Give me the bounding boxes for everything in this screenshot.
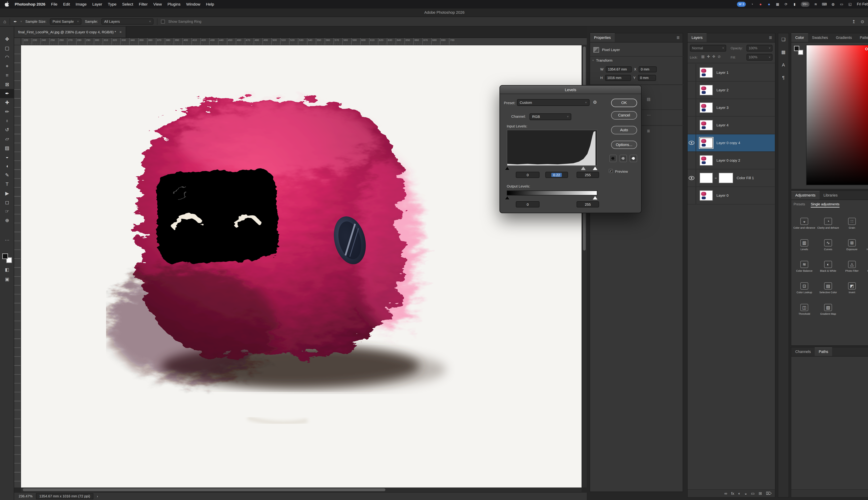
adjustment-item[interactable]: △ Photo Filter	[840, 259, 864, 281]
output-white-slider[interactable]	[593, 196, 597, 200]
color-panel-tab[interactable]: Swatches	[808, 33, 832, 42]
lock-transparency-icon[interactable]: ▦	[701, 54, 705, 59]
white-point-eyedropper-icon[interactable]	[630, 155, 637, 162]
notification-count-badge[interactable]: 99+	[801, 2, 810, 7]
channels-paths-tab[interactable]: Channels	[791, 348, 815, 356]
menu-item[interactable]: Type	[108, 2, 116, 7]
layer-thumbnail[interactable]	[699, 173, 713, 183]
apple-menu[interactable]	[4, 1, 9, 7]
channel-select[interactable]: RGB˅	[529, 113, 571, 120]
input-black-field[interactable]: 0	[516, 172, 539, 178]
input-black-slider[interactable]	[505, 167, 510, 170]
sample-size-select[interactable]: Point Sample˅	[50, 19, 82, 25]
layer-group-icon[interactable]: ▭	[751, 491, 755, 496]
tab-properties[interactable]: Properties	[590, 33, 615, 42]
new-layer-icon[interactable]: ⊞	[758, 491, 762, 496]
adjustment-item[interactable]: ◑ Hue/ Saturation	[864, 238, 868, 259]
screen-mode-icon[interactable]: ▣	[0, 276, 14, 282]
adjustment-item[interactable]: ≡ Channel Mixer	[864, 259, 868, 281]
document-tab[interactable]: final_First_LocoPik_AI.jpg @ 236% (Layer…	[14, 26, 126, 37]
list-icon[interactable]: ≣	[647, 129, 650, 133]
shape-tool[interactable]: ◻	[0, 198, 14, 207]
adjustment-item[interactable]: ∿ Curves	[816, 238, 840, 259]
lock-position-icon[interactable]: ✥	[712, 54, 716, 59]
layer-thumbnail[interactable]	[699, 102, 713, 113]
x-field[interactable]: 0 mm	[639, 66, 657, 72]
status-chevron-icon[interactable]: ›	[97, 494, 98, 498]
color-picker-marker[interactable]	[865, 48, 868, 50]
quick-selection-tool[interactable]: ⌖	[0, 62, 14, 71]
cpu-monitor-icon[interactable]: ◔	[750, 2, 754, 7]
microphone-icon[interactable]: ◍	[831, 2, 835, 7]
clone-stamp-tool[interactable]: ♁	[0, 116, 14, 125]
path-selection-tool[interactable]: ▶	[0, 189, 14, 198]
menu-item[interactable]: Edit	[63, 2, 70, 7]
frame-tool[interactable]: ⊠	[0, 80, 14, 89]
height-field[interactable]: 1016 mm	[605, 75, 631, 81]
document-canvas[interactable]	[21, 45, 582, 488]
menu-item[interactable]: Select	[122, 2, 133, 7]
grid-icon[interactable]: ▦	[775, 2, 780, 7]
preview-checkbox[interactable]: ✓	[609, 169, 613, 173]
layer-visibility-toggle[interactable]	[688, 82, 696, 99]
home-icon[interactable]: ⌂	[3, 19, 6, 24]
properties-section-icon[interactable]: ▤	[647, 97, 650, 102]
opacity-select[interactable]: 100%˅	[746, 45, 773, 52]
brush-tool[interactable]: ✏	[0, 107, 14, 116]
adjustment-item[interactable]: ☀ Brightness/ Contrast	[864, 216, 868, 238]
color-panel-tab[interactable]: Color	[791, 33, 808, 42]
width-field[interactable]: 1354.67 mm	[606, 66, 632, 72]
adjustments-panel-tab[interactable]: Adjustments	[791, 191, 819, 200]
swatches-panel-icon[interactable]: ▩	[781, 49, 786, 55]
adjustment-item[interactable]: ▥ Levels	[792, 238, 816, 259]
close-tab-icon[interactable]: ×	[119, 30, 122, 34]
levels-dialog-title[interactable]: Levels	[500, 86, 641, 94]
saturation-brightness-picker[interactable]	[806, 45, 868, 185]
gray-point-eyedropper-icon[interactable]	[619, 155, 627, 162]
ok-button[interactable]: OK	[611, 99, 637, 107]
sample-layers-select[interactable]: All Layers˅	[101, 19, 153, 25]
app-menu-title[interactable]: Photoshop 2026	[15, 2, 45, 7]
layer-visibility-toggle[interactable]	[688, 169, 696, 186]
channels-paths-tab[interactable]: Paths	[815, 348, 832, 356]
foreground-color-swatch[interactable]	[794, 46, 799, 51]
layer-visibility-toggle[interactable]	[688, 134, 696, 151]
delete-layer-icon[interactable]: ⌦	[766, 491, 772, 496]
app-dot-blue-icon[interactable]: ●	[767, 2, 771, 7]
horizontal-ruler[interactable]: 2202302402502602702802903003103203303403…	[21, 38, 587, 45]
history-brush-tool[interactable]: ↺	[0, 125, 14, 134]
Layer 2[interactable]: ∞ Layer 2	[688, 82, 775, 99]
layer-name[interactable]: Layer 1	[717, 70, 729, 75]
control-center-icon[interactable]: ◱	[848, 2, 852, 7]
Layer 0[interactable]: ∞ Layer 0	[688, 187, 775, 205]
layer-visibility-toggle[interactable]	[688, 64, 696, 81]
adjustments-subtab[interactable]: Presets	[793, 202, 805, 207]
menu-item[interactable]: Filter	[139, 2, 148, 7]
paragraph-panel-icon[interactable]: ¶	[782, 75, 785, 80]
adjustment-layer-icon[interactable]: ◒	[745, 491, 747, 496]
layer-thumbnail[interactable]	[699, 155, 713, 166]
adjustment-item[interactable]: ⊡ Color Lookup	[792, 281, 816, 302]
ruler-origin-box[interactable]	[14, 38, 21, 45]
input-white-slider[interactable]	[593, 167, 597, 170]
marquee-tool[interactable]: ▢	[0, 44, 14, 53]
healing-brush-tool[interactable]: ✚	[0, 98, 14, 107]
layer-visibility-toggle[interactable]	[688, 99, 696, 116]
vertical-ruler[interactable]	[14, 45, 21, 488]
link-layers-icon[interactable]: ∞	[724, 491, 727, 496]
lock-pixels-icon[interactable]: ✚	[707, 54, 710, 59]
search-icon[interactable]: ⊙	[861, 19, 864, 24]
blend-mode-select[interactable]: Normal˅	[690, 45, 726, 52]
edit-toolbar-ellipsis[interactable]: ⋯	[0, 238, 14, 243]
horizontal-scrollbar-thumb[interactable]	[23, 488, 386, 491]
mini-foreground-background-swatches[interactable]	[794, 46, 803, 55]
layer-visibility-toggle[interactable]	[688, 187, 696, 204]
options-button[interactable]: Options...	[611, 141, 637, 149]
adjustment-item[interactable]: ◫ Threshold	[792, 302, 816, 323]
layer-visibility-toggle[interactable]	[688, 152, 696, 169]
black-point-eyedropper-icon[interactable]	[609, 155, 617, 162]
lasso-tool[interactable]: ◠	[0, 53, 14, 62]
menu-item[interactable]: Help	[206, 2, 214, 7]
y-field[interactable]: 0 mm	[638, 75, 656, 81]
show-sampling-ring-checkbox[interactable]	[161, 20, 165, 24]
